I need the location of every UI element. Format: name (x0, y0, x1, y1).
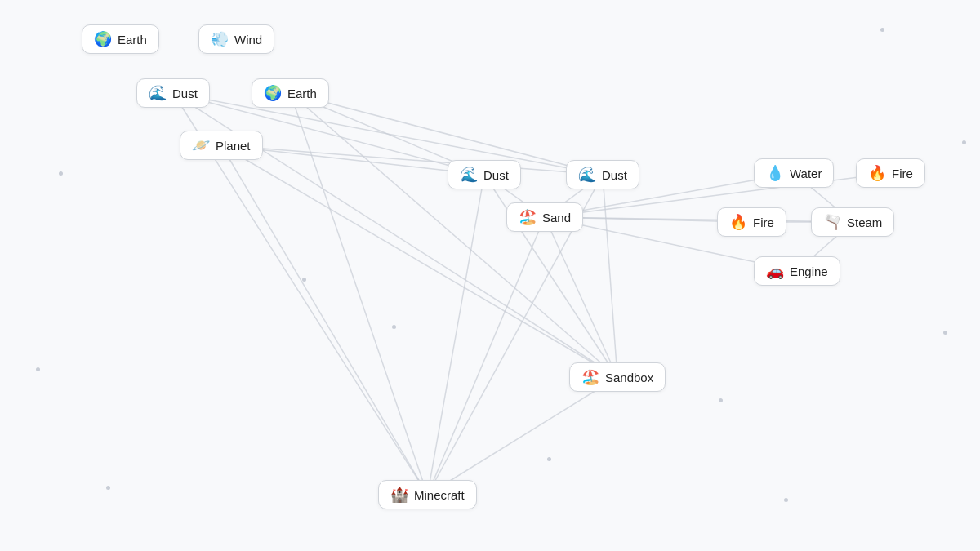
sand1-label: Sand (542, 211, 571, 224)
earth1-label: Earth (118, 33, 147, 47)
sand1-icon: 🏖️ (519, 210, 537, 224)
fire1-label: Fire (892, 167, 913, 180)
steam1-label: Steam (847, 216, 882, 229)
fire2-icon: 🔥 (729, 215, 747, 229)
svg-line-25 (428, 377, 618, 495)
node-fire1[interactable]: 🔥Fire (856, 158, 925, 188)
sandbox1-icon: 🏖️ (581, 370, 599, 384)
svg-line-23 (545, 217, 853, 222)
minecraft1-label: Minecraft (414, 488, 465, 502)
node-water1[interactable]: 💧Water (754, 158, 834, 188)
decorative-dot (392, 325, 396, 329)
dust1-label: Dust (172, 87, 198, 100)
wind1-icon: 💨 (211, 32, 229, 47)
fire2-label: Fire (753, 216, 774, 229)
decorative-dot (943, 331, 947, 335)
node-sand1[interactable]: 🏖️Sand (506, 202, 583, 232)
svg-line-6 (291, 93, 618, 377)
steam1-icon: 🫗 (823, 215, 841, 229)
node-fire2[interactable]: 🔥Fire (717, 207, 786, 237)
svg-line-9 (221, 145, 603, 175)
decorative-dot (106, 486, 110, 490)
decorative-dot (547, 457, 551, 461)
node-dust1[interactable]: 🌊Dust (136, 78, 210, 108)
decorative-dot (302, 278, 306, 282)
node-dust3[interactable]: 🌊Dust (566, 160, 639, 189)
node-planet1[interactable]: 🪐Planet (180, 131, 263, 160)
planet1-label: Planet (216, 139, 251, 153)
decorative-dot (962, 140, 966, 144)
node-engine1[interactable]: 🚗Engine (754, 256, 840, 286)
node-steam1[interactable]: 🫗Steam (811, 207, 894, 237)
sandbox1-label: Sandbox (605, 371, 653, 384)
dust2-icon: 🌊 (460, 167, 478, 182)
svg-line-5 (291, 93, 604, 175)
svg-line-7 (291, 93, 428, 495)
graph-canvas: 🌍Earth💨Wind🌊Dust🌍Earth🪐Planet🌊Dust🌊Dust🏖… (0, 0, 980, 551)
svg-line-18 (545, 217, 617, 377)
dust2-label: Dust (483, 168, 509, 182)
wind1-label: Wind (234, 33, 262, 47)
svg-line-10 (221, 145, 617, 377)
decorative-dot (36, 367, 40, 371)
node-minecraft1[interactable]: 🏰Minecraft (378, 480, 477, 509)
decorative-dot (880, 28, 884, 32)
engine1-label: Engine (790, 264, 828, 278)
earth2-label: Earth (287, 87, 317, 100)
decorative-dot (59, 171, 63, 176)
node-sandbox1[interactable]: 🏖️Sandbox (569, 362, 666, 392)
svg-line-11 (221, 145, 428, 495)
planet1-icon: 🪐 (192, 138, 210, 153)
earth1-icon: 🌍 (94, 32, 112, 47)
water1-label: Water (790, 167, 822, 180)
node-dust2[interactable]: 🌊Dust (448, 160, 521, 189)
minecraft1-icon: 🏰 (390, 487, 408, 502)
earth2-icon: 🌍 (264, 86, 282, 100)
svg-line-16 (603, 175, 617, 377)
node-earth1[interactable]: 🌍Earth (82, 24, 159, 54)
water1-icon: 💧 (766, 166, 784, 180)
fire1-icon: 🔥 (868, 166, 886, 180)
decorative-dot (784, 498, 788, 502)
svg-line-14 (428, 175, 485, 495)
node-wind1[interactable]: 💨Wind (198, 24, 274, 54)
dust3-label: Dust (602, 168, 627, 182)
dust3-icon: 🌊 (578, 167, 596, 182)
engine1-icon: 🚗 (766, 264, 784, 278)
decorative-dot (719, 398, 723, 402)
dust1-icon: 🌊 (149, 86, 167, 100)
node-earth2[interactable]: 🌍Earth (252, 78, 329, 108)
svg-line-19 (428, 217, 546, 495)
